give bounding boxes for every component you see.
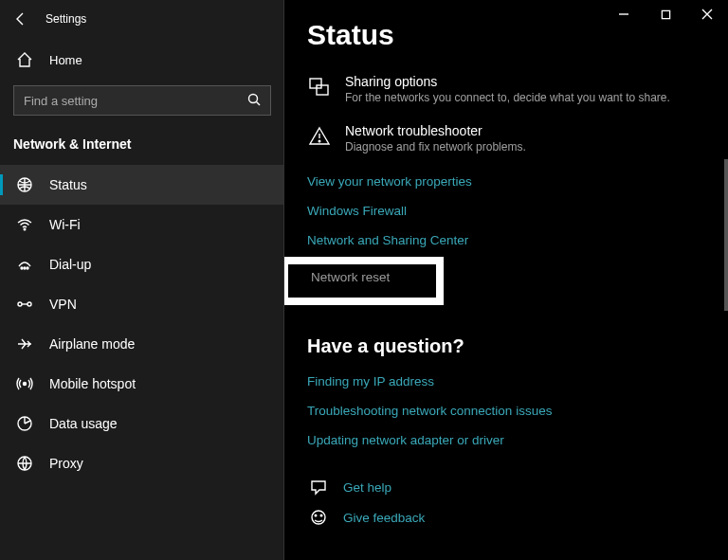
sidebar-item-datausage[interactable]: Data usage — [0, 404, 284, 443]
airplane-icon — [15, 335, 34, 352]
sidebar-item-label: VPN — [49, 297, 77, 312]
link-firewall[interactable]: Windows Firewall — [307, 196, 705, 226]
feedback-row[interactable]: Give feedback — [307, 502, 705, 533]
sidebar-item-label: Data usage — [49, 416, 118, 431]
feedback-label: Give feedback — [343, 511, 425, 525]
link-view-properties[interactable]: View your network properties — [307, 167, 705, 196]
link-troubleshoot-conn[interactable]: Troubleshooting network connection issue… — [307, 396, 705, 425]
get-help-icon — [307, 478, 330, 497]
svg-rect-12 — [310, 79, 321, 88]
svg-point-6 — [18, 302, 22, 306]
sidebar: Settings Home Find a setting Network & I… — [0, 0, 284, 560]
window-controls — [603, 0, 728, 28]
hotspot-icon — [15, 375, 34, 392]
network-reset-highlight: Network reset — [284, 257, 444, 305]
section-title: Network & Internet — [0, 129, 284, 165]
vpn-icon — [15, 296, 34, 313]
svg-point-5 — [27, 267, 28, 269]
link-finding-ip[interactable]: Finding my IP address — [307, 367, 705, 396]
sidebar-item-label: Wi-Fi — [49, 217, 81, 232]
svg-point-8 — [24, 383, 27, 386]
sidebar-item-airplane[interactable]: Airplane mode — [0, 324, 284, 364]
sidebar-item-status[interactable]: Status — [0, 165, 284, 205]
svg-point-0 — [249, 94, 258, 102]
home-label: Home — [49, 53, 82, 67]
sidebar-item-label: Dial-up — [49, 257, 91, 272]
minimize-button[interactable] — [603, 0, 645, 28]
question-heading: Have a question? — [307, 315, 705, 367]
status-icon — [15, 176, 34, 193]
home-icon — [15, 51, 34, 68]
maximize-button[interactable] — [645, 0, 686, 28]
close-button[interactable] — [686, 0, 728, 28]
search-icon — [247, 93, 261, 109]
svg-point-7 — [27, 302, 31, 306]
main-content: Status Sharing options For the networks … — [284, 0, 728, 560]
sharing-icon — [307, 74, 332, 104]
sidebar-item-hotspot[interactable]: Mobile hotspot — [0, 364, 284, 404]
svg-point-3 — [21, 267, 23, 269]
wifi-icon — [15, 216, 34, 233]
svg-rect-11 — [662, 10, 669, 18]
search-input[interactable]: Find a setting — [13, 85, 271, 116]
troubleshooter-block[interactable]: Network troubleshooter Diagnose and fix … — [307, 117, 705, 167]
datausage-icon — [15, 415, 34, 432]
troubleshooter-title: Network troubleshooter — [345, 123, 526, 138]
sharing-options-block[interactable]: Sharing options For the networks you con… — [307, 68, 705, 117]
sidebar-item-label: Status — [49, 177, 87, 192]
sidebar-item-label: Mobile hotspot — [49, 376, 136, 391]
home-button[interactable]: Home — [0, 38, 284, 81]
sharing-title: Sharing options — [345, 74, 670, 89]
svg-rect-13 — [317, 85, 328, 95]
link-sharing-center[interactable]: Network and Sharing Center — [307, 226, 705, 255]
svg-point-14 — [318, 140, 320, 142]
get-help-row[interactable]: Get help — [307, 472, 705, 502]
sidebar-item-label: Proxy — [49, 456, 83, 471]
search-wrap: Find a setting — [0, 81, 284, 129]
sidebar-item-vpn[interactable]: VPN — [0, 284, 284, 324]
sidebar-item-proxy[interactable]: Proxy — [0, 443, 284, 483]
scrollbar[interactable] — [724, 55, 728, 560]
svg-point-17 — [320, 515, 322, 516]
sidebar-item-wifi[interactable]: Wi-Fi — [0, 205, 284, 244]
sidebar-item-label: Airplane mode — [49, 336, 135, 352]
svg-point-4 — [24, 267, 26, 269]
app-title: Settings — [46, 12, 86, 26]
link-network-reset[interactable]: Network reset — [311, 270, 419, 284]
dialup-icon — [15, 256, 34, 273]
search-placeholder: Find a setting — [24, 94, 247, 108]
sharing-desc: For the networks you connect to, decide … — [345, 89, 670, 104]
svg-point-16 — [315, 515, 317, 516]
link-updating-adapter[interactable]: Updating network adapter or driver — [307, 425, 705, 455]
svg-point-2 — [24, 228, 26, 230]
proxy-icon — [15, 455, 34, 472]
feedback-icon — [307, 508, 330, 527]
titlebar: Settings — [0, 0, 284, 38]
troubleshooter-desc: Diagnose and fix network problems. — [345, 138, 526, 154]
sidebar-item-dialup[interactable]: Dial-up — [0, 244, 284, 284]
get-help-label: Get help — [343, 480, 391, 495]
troubleshooter-icon — [307, 123, 332, 154]
back-button[interactable] — [11, 9, 30, 28]
